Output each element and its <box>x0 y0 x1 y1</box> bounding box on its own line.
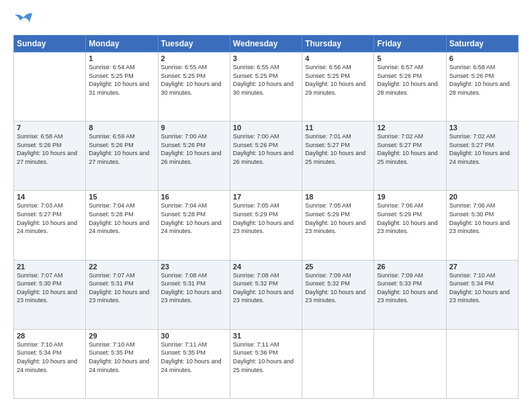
calendar-header-row: SundayMondayTuesdayWednesdayThursdayFrid… <box>14 36 519 52</box>
page: SundayMondayTuesdayWednesdayThursdayFrid… <box>0 0 532 411</box>
calendar-cell: 22Sunrise: 7:07 AMSunset: 5:31 PMDayligh… <box>86 260 158 329</box>
calendar-header-friday: Friday <box>374 36 446 52</box>
calendar-cell: 21Sunrise: 7:07 AMSunset: 5:30 PMDayligh… <box>14 260 86 329</box>
calendar-cell: 12Sunrise: 7:02 AMSunset: 5:27 PMDayligh… <box>374 122 446 191</box>
day-number: 31 <box>233 332 299 340</box>
day-info: Sunrise: 7:03 AMSunset: 5:27 PMDaylight:… <box>17 201 83 235</box>
calendar-cell: 20Sunrise: 7:06 AMSunset: 5:30 PMDayligh… <box>446 191 518 260</box>
day-info: Sunrise: 7:07 AMSunset: 5:31 PMDaylight:… <box>89 271 154 305</box>
calendar-header-wednesday: Wednesday <box>230 36 302 52</box>
day-number: 4 <box>305 54 371 62</box>
calendar-cell: 3Sunrise: 6:55 AMSunset: 5:25 PMDaylight… <box>230 52 302 122</box>
day-info: Sunrise: 7:04 AMSunset: 5:28 PMDaylight:… <box>161 201 227 235</box>
day-info: Sunrise: 7:08 AMSunset: 5:31 PMDaylight:… <box>161 271 227 305</box>
calendar-cell: 23Sunrise: 7:08 AMSunset: 5:31 PMDayligh… <box>158 260 230 329</box>
day-info: Sunrise: 6:58 AMSunset: 5:26 PMDaylight:… <box>449 63 515 97</box>
calendar-cell: 10Sunrise: 7:00 AMSunset: 5:26 PMDayligh… <box>230 122 302 191</box>
calendar-cell: 15Sunrise: 7:04 AMSunset: 5:28 PMDayligh… <box>86 191 158 260</box>
calendar-table: SundayMondayTuesdayWednesdayThursdayFrid… <box>13 35 519 399</box>
calendar-cell: 17Sunrise: 7:05 AMSunset: 5:29 PMDayligh… <box>230 191 302 260</box>
day-number: 8 <box>89 124 154 132</box>
day-info: Sunrise: 7:02 AMSunset: 5:27 PMDaylight:… <box>449 132 515 166</box>
day-number: 21 <box>17 263 83 271</box>
calendar-week-row: 28Sunrise: 7:10 AMSunset: 5:34 PMDayligh… <box>14 329 519 398</box>
calendar-week-row: 7Sunrise: 6:58 AMSunset: 5:26 PMDaylight… <box>14 122 519 191</box>
calendar-cell: 11Sunrise: 7:01 AMSunset: 5:27 PMDayligh… <box>302 122 374 191</box>
calendar-cell <box>374 329 446 398</box>
day-number: 9 <box>161 124 227 132</box>
day-number: 11 <box>305 124 371 132</box>
day-info: Sunrise: 7:10 AMSunset: 5:34 PMDaylight:… <box>449 271 515 305</box>
calendar-cell: 26Sunrise: 7:09 AMSunset: 5:33 PMDayligh… <box>374 260 446 329</box>
calendar-cell: 28Sunrise: 7:10 AMSunset: 5:34 PMDayligh… <box>14 329 86 398</box>
day-info: Sunrise: 7:04 AMSunset: 5:28 PMDaylight:… <box>89 201 154 235</box>
calendar-cell: 27Sunrise: 7:10 AMSunset: 5:34 PMDayligh… <box>446 260 518 329</box>
day-number: 13 <box>449 124 515 132</box>
calendar-cell: 30Sunrise: 7:11 AMSunset: 5:35 PMDayligh… <box>158 329 230 398</box>
calendar-cell: 18Sunrise: 7:05 AMSunset: 5:29 PMDayligh… <box>302 191 374 260</box>
day-info: Sunrise: 7:10 AMSunset: 5:34 PMDaylight:… <box>17 340 83 374</box>
day-number: 30 <box>161 332 227 340</box>
day-info: Sunrise: 7:01 AMSunset: 5:27 PMDaylight:… <box>305 132 371 166</box>
calendar-cell: 24Sunrise: 7:08 AMSunset: 5:32 PMDayligh… <box>230 260 302 329</box>
calendar-header-saturday: Saturday <box>446 36 518 52</box>
day-info: Sunrise: 7:08 AMSunset: 5:32 PMDaylight:… <box>233 271 299 305</box>
day-number: 7 <box>17 124 83 132</box>
calendar-cell: 31Sunrise: 7:11 AMSunset: 5:36 PMDayligh… <box>230 329 302 398</box>
day-number: 12 <box>377 124 443 132</box>
day-number: 14 <box>17 193 83 201</box>
day-number: 27 <box>449 263 515 271</box>
day-number: 3 <box>233 54 299 62</box>
day-number: 6 <box>449 54 515 62</box>
day-number: 22 <box>89 263 154 271</box>
day-info: Sunrise: 7:11 AMSunset: 5:36 PMDaylight:… <box>233 340 299 374</box>
day-number: 19 <box>377 193 443 201</box>
day-number: 25 <box>305 263 371 271</box>
logo-bird-icon <box>13 12 34 28</box>
day-number: 5 <box>377 54 443 62</box>
calendar-cell <box>302 329 374 398</box>
day-info: Sunrise: 7:06 AMSunset: 5:30 PMDaylight:… <box>449 201 515 235</box>
day-info: Sunrise: 7:09 AMSunset: 5:33 PMDaylight:… <box>377 271 443 305</box>
calendar-cell: 14Sunrise: 7:03 AMSunset: 5:27 PMDayligh… <box>14 191 86 260</box>
calendar-cell: 2Sunrise: 6:55 AMSunset: 5:25 PMDaylight… <box>158 52 230 122</box>
day-number: 29 <box>89 332 154 340</box>
day-number: 16 <box>161 193 227 201</box>
calendar-cell: 4Sunrise: 6:56 AMSunset: 5:25 PMDaylight… <box>302 52 374 122</box>
day-number: 26 <box>377 263 443 271</box>
calendar-week-row: 1Sunrise: 6:54 AMSunset: 5:25 PMDaylight… <box>14 52 519 122</box>
calendar-header-thursday: Thursday <box>302 36 374 52</box>
day-info: Sunrise: 6:55 AMSunset: 5:25 PMDaylight:… <box>233 63 299 97</box>
calendar-cell: 6Sunrise: 6:58 AMSunset: 5:26 PMDaylight… <box>446 52 518 122</box>
calendar-cell: 7Sunrise: 6:58 AMSunset: 5:26 PMDaylight… <box>14 122 86 191</box>
day-info: Sunrise: 7:10 AMSunset: 5:35 PMDaylight:… <box>89 340 154 374</box>
day-number: 10 <box>233 124 299 132</box>
day-info: Sunrise: 7:07 AMSunset: 5:30 PMDaylight:… <box>17 271 83 305</box>
day-info: Sunrise: 7:02 AMSunset: 5:27 PMDaylight:… <box>377 132 443 166</box>
day-info: Sunrise: 7:00 AMSunset: 5:26 PMDaylight:… <box>161 132 227 166</box>
day-info: Sunrise: 6:55 AMSunset: 5:25 PMDaylight:… <box>161 63 227 97</box>
day-info: Sunrise: 7:05 AMSunset: 5:29 PMDaylight:… <box>305 201 371 235</box>
calendar-cell: 29Sunrise: 7:10 AMSunset: 5:35 PMDayligh… <box>86 329 158 398</box>
header <box>13 12 519 28</box>
calendar-week-row: 14Sunrise: 7:03 AMSunset: 5:27 PMDayligh… <box>14 191 519 260</box>
day-number: 15 <box>89 193 154 201</box>
day-number: 23 <box>161 263 227 271</box>
day-info: Sunrise: 6:54 AMSunset: 5:25 PMDaylight:… <box>89 63 154 97</box>
day-info: Sunrise: 6:58 AMSunset: 5:26 PMDaylight:… <box>17 132 83 166</box>
calendar-cell: 19Sunrise: 7:06 AMSunset: 5:29 PMDayligh… <box>374 191 446 260</box>
day-number: 24 <box>233 263 299 271</box>
calendar-header-monday: Monday <box>86 36 158 52</box>
day-number: 20 <box>449 193 515 201</box>
day-info: Sunrise: 7:09 AMSunset: 5:32 PMDaylight:… <box>305 271 371 305</box>
day-info: Sunrise: 7:05 AMSunset: 5:29 PMDaylight:… <box>233 201 299 235</box>
calendar-header-tuesday: Tuesday <box>158 36 230 52</box>
calendar-cell: 1Sunrise: 6:54 AMSunset: 5:25 PMDaylight… <box>86 52 158 122</box>
calendar-week-row: 21Sunrise: 7:07 AMSunset: 5:30 PMDayligh… <box>14 260 519 329</box>
day-number: 28 <box>17 332 83 340</box>
day-number: 17 <box>233 193 299 201</box>
day-number: 2 <box>161 54 227 62</box>
day-info: Sunrise: 6:59 AMSunset: 5:26 PMDaylight:… <box>89 132 154 166</box>
calendar-cell: 25Sunrise: 7:09 AMSunset: 5:32 PMDayligh… <box>302 260 374 329</box>
calendar-cell: 8Sunrise: 6:59 AMSunset: 5:26 PMDaylight… <box>86 122 158 191</box>
